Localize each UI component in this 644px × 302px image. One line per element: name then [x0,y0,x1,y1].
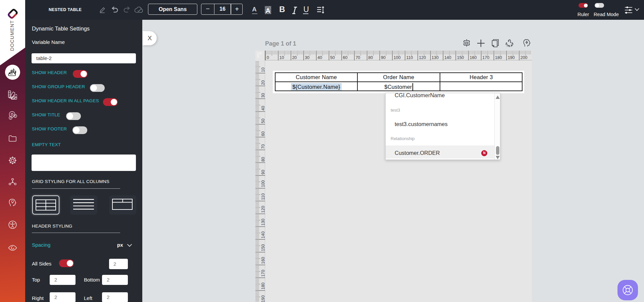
svg-text:50: 50 [261,119,265,123]
svg-text:170: 170 [482,55,489,60]
svg-text:30: 30 [261,93,265,98]
svg-text:0: 0 [267,55,269,60]
svg-text:150: 150 [261,244,265,251]
svg-text:60: 60 [343,55,348,60]
svg-text:160: 160 [470,55,477,60]
svg-text:40: 40 [317,55,322,60]
svg-text:120: 120 [419,55,426,60]
svg-text:H: H [15,115,16,117]
svg-text:190: 190 [508,55,515,60]
svg-text:40: 40 [261,106,265,111]
svg-text:20: 20 [292,55,297,60]
svg-text:10: 10 [280,55,284,60]
svg-text:20: 20 [261,80,265,85]
svg-text:190: 190 [261,295,265,302]
svg-text:110: 110 [261,193,265,200]
svg-text:100: 100 [261,180,265,187]
svg-text:130: 130 [432,55,439,60]
svg-text:70: 70 [355,55,360,60]
svg-text:90: 90 [381,55,386,60]
svg-text:50: 50 [330,55,335,60]
svg-text:120: 120 [261,206,265,213]
svg-text:60: 60 [261,131,265,136]
svg-text:80: 80 [368,55,373,60]
svg-text:160: 160 [261,257,265,264]
svg-text:170: 170 [261,270,265,277]
svg-text:130: 130 [261,219,265,226]
svg-text:150: 150 [457,55,464,60]
svg-text:A: A [266,7,270,14]
svg-text:30: 30 [305,55,309,60]
svg-text:80: 80 [261,157,265,162]
svg-text:100: 100 [394,55,401,60]
svg-text:90: 90 [261,170,265,175]
svg-text:10: 10 [261,67,265,72]
svg-text:140: 140 [261,231,265,238]
svg-text:110: 110 [406,55,413,60]
svg-text:H: H [10,117,11,119]
svg-text:70: 70 [261,144,265,149]
svg-text:180: 180 [261,283,265,290]
svg-text:180: 180 [495,55,502,60]
svg-text:140: 140 [444,55,451,60]
svg-text:200: 200 [521,55,528,60]
